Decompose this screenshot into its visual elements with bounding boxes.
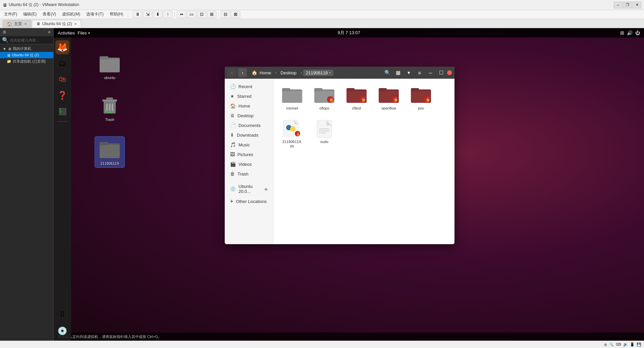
menu-button[interactable]: ≡ <box>415 68 424 77</box>
dock-terminal[interactable]: ⬛ $ _ <box>55 105 69 119</box>
desktop-icon-trash[interactable]: Trash <box>95 93 125 124</box>
toolbar-btn-4[interactable]: ↑ <box>163 11 172 18</box>
toolbar-btn-3[interactable]: ⬇ <box>153 11 162 18</box>
separator2 <box>174 12 175 17</box>
mininet-folder-icon <box>281 86 303 105</box>
path-desktop[interactable]: Desktop <box>278 70 299 76</box>
file-item-mininet[interactable]: mininet <box>279 84 306 112</box>
sidebar-item-pictures[interactable]: 🖼 Pictures <box>226 150 272 159</box>
tree-my-computer[interactable]: ▼ 🖥 我的计算机 <box>0 46 53 52</box>
desktop-icon-211906119[interactable]: 211906119 <box>95 136 125 168</box>
main-area: 库 ✕ 🔍 ▾ ▼ 🖥 我的计算机 🖥 Ubuntu 64 位 (2) <box>0 28 644 341</box>
ubuntu-tab-label: Ubuntu 64 位 (2) <box>42 21 72 27</box>
menu-help[interactable]: 帮助(H) <box>107 11 126 18</box>
path-home[interactable]: 🏠 Home <box>249 69 274 76</box>
maximize-files-button[interactable]: ☐ <box>436 68 446 77</box>
tab-ubuntu[interactable]: 🖥 Ubuntu 64 位 (2) ✕ <box>32 20 81 28</box>
files-main-content: mininet <box>273 79 454 244</box>
file-item-sudo[interactable]: sudo <box>311 118 338 150</box>
ubuntu-folder-label: ubuntu <box>97 76 123 80</box>
minimize-files-button[interactable]: ─ <box>426 68 435 77</box>
file-item-oftest[interactable]: 🔒 oftest <box>343 84 370 112</box>
sidebar-item-videos[interactable]: 🎬 Videos <box>226 159 272 169</box>
python-label: 211906119. py <box>281 140 304 148</box>
sidebar-item-home[interactable]: 🏠 Home <box>226 101 272 111</box>
sidebar-item-other-locations[interactable]: + Other Locations <box>226 196 272 206</box>
desktop-icon-ubuntu[interactable]: ubuntu <box>95 51 125 82</box>
eject-icon[interactable]: ⏏ <box>264 187 268 191</box>
dock-help[interactable]: ❓ <box>55 88 69 102</box>
restore-button[interactable]: ❐ <box>623 2 632 8</box>
menu-file[interactable]: 文件(F) <box>1 11 20 18</box>
sidebar-item-recent[interactable]: 🕐 Recent <box>226 82 272 91</box>
view-btn-4[interactable]: ⊞ <box>207 11 216 18</box>
ubuntu-tab-close[interactable]: ✕ <box>74 22 77 26</box>
dock-files[interactable]: 🗂 <box>55 56 69 70</box>
network-icon[interactable]: ⊞ <box>620 30 624 36</box>
dock-appstore[interactable]: 🛍 <box>55 72 69 86</box>
path-current[interactable]: 211906119 ▾ <box>303 70 333 76</box>
view-btn-5[interactable]: ⊟ <box>221 11 230 18</box>
documents-icon: 📄 <box>230 123 236 128</box>
sidebar-item-ubuntu-drive[interactable]: 💿 Ubuntu 20.0... ⏏ <box>226 182 272 196</box>
minimize-button[interactable]: ─ <box>614 2 623 8</box>
file-item-openflow[interactable]: 🔒 openflow <box>375 84 402 112</box>
path-separator-1: › <box>275 70 276 75</box>
sidebar-item-music[interactable]: 🎵 Music <box>226 140 272 149</box>
view-btn-3[interactable]: ⊡ <box>197 11 206 18</box>
search-input[interactable] <box>10 38 56 42</box>
activities-button[interactable]: Activities <box>58 30 75 36</box>
search-bar[interactable]: 🔍 ▾ <box>0 36 53 44</box>
tab-home[interactable]: 🏠 主页 ✕ <box>3 20 31 28</box>
nav-back-button[interactable]: ‹ <box>227 68 236 77</box>
ubuntu-clock: 9月 7 13:07 <box>337 30 360 36</box>
sidebar-label-pictures: Pictures <box>237 152 253 157</box>
file-item-oflops[interactable]: 🔒 oflops <box>311 84 338 112</box>
tree-shared-label: 共享虚拟机 (已弃用) <box>13 59 46 64</box>
sidebar-item-trash[interactable]: 🗑 Trash <box>226 169 272 179</box>
ubuntu-dock: 🦊 🗂 🛍 ❓ ⬛ <box>54 38 71 341</box>
files-menu-dropdown-icon: ▾ <box>88 31 90 35</box>
tree-ubuntu[interactable]: 🖥 Ubuntu 64 位 (2) <box>0 52 53 58</box>
view-grid-button[interactable]: ▦ <box>393 68 403 77</box>
menu-edit[interactable]: 编辑(E) <box>20 11 39 18</box>
home-tab-close[interactable]: ✕ <box>24 22 27 26</box>
sidebar-label-home: Home <box>238 103 250 109</box>
downloads-icon: ⬇ <box>230 132 234 138</box>
sidebar-item-desktop[interactable]: 🖥 Desktop <box>226 111 272 120</box>
menu-separator <box>128 12 128 17</box>
view-options-button[interactable]: ▾ <box>404 68 414 77</box>
svg-text:🔒: 🔒 <box>393 97 398 102</box>
nav-forward-button[interactable]: › <box>238 68 247 77</box>
view-btn-1[interactable]: ▪▪ <box>177 11 186 18</box>
menu-tab[interactable]: 选项卡(T) <box>84 11 106 18</box>
oflops-folder-icon: 🔒 <box>314 86 335 105</box>
vm-content[interactable]: Activities Files ▾ 9月 7 13:07 ⊞ 🔊 ⏻ <box>54 28 644 341</box>
close-button[interactable]: ✕ <box>633 2 641 8</box>
panel-close-icon[interactable]: ✕ <box>48 30 51 34</box>
ubuntu-tray: ⊞ 🔊 ⏻ <box>620 30 640 36</box>
power-icon[interactable]: ⏻ <box>635 30 640 36</box>
path-dropdown-icon: ▾ <box>329 71 331 75</box>
file-item-python[interactable]: 🔒 211906119. py <box>279 118 306 150</box>
sidebar-item-documents[interactable]: 📄 Documents <box>226 121 272 130</box>
toolbar-btn-2[interactable]: ⇲ <box>143 11 152 18</box>
pause-button[interactable]: ⏸ <box>133 11 142 18</box>
file-item-pox[interactable]: 🔒 pox <box>408 84 434 112</box>
tree-shared-vm[interactable]: 📁 共享虚拟机 (已弃用) <box>0 58 53 65</box>
view-btn-6[interactable]: ⊠ <box>231 11 240 18</box>
dock-indicator <box>61 44 63 46</box>
oflops-label: oflops <box>313 106 336 110</box>
dock-firefox[interactable]: 🦊 <box>55 40 69 54</box>
search-button[interactable]: 🔍 <box>383 68 392 77</box>
sidebar-item-downloads[interactable]: ⬇ Downloads <box>226 130 272 140</box>
close-files-button[interactable]: ✕ <box>447 70 452 75</box>
menu-vm[interactable]: 虚拟机(M) <box>59 11 83 18</box>
files-menu-button[interactable]: Files ▾ <box>77 30 90 36</box>
sidebar-item-starred[interactable]: ★ Starred <box>226 91 272 101</box>
view-btn-2[interactable]: ▭ <box>187 11 196 18</box>
volume-icon[interactable]: 🔊 <box>627 30 633 36</box>
menu-view[interactable]: 查看(V) <box>40 11 59 18</box>
dock-apps-grid[interactable]: ⠿ <box>55 308 69 322</box>
dock-dvd[interactable]: 💿 <box>55 324 69 338</box>
